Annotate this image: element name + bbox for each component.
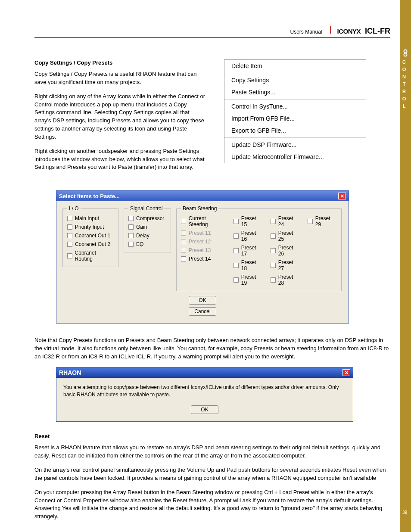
checkbox-row: Current Steering <box>181 214 226 229</box>
checkbox[interactable] <box>271 277 276 283</box>
checkbox-label: Cobranet Out 2 <box>75 241 110 247</box>
checkbox[interactable] <box>67 224 72 230</box>
checkbox-row: Preset 28 <box>271 273 300 287</box>
reset-p2: On the array's rear control panel simult… <box>34 466 390 482</box>
checkbox[interactable] <box>271 233 276 239</box>
checkbox-label: Preset 17 <box>241 245 263 257</box>
io-group: I / O Main InputPriority InputCobranet O… <box>62 205 118 267</box>
checkbox[interactable] <box>128 233 134 238</box>
checkbox-row: Preset 18 <box>234 258 263 273</box>
checkbox[interactable] <box>234 277 239 283</box>
side-band: CONTROL 39 <box>400 0 411 532</box>
menu-update-dsp-firmware[interactable]: Update DSP Firmware... <box>224 139 366 151</box>
checkbox[interactable] <box>234 233 239 239</box>
copy-settings-p3: Right clicking on another loudspeaker an… <box>34 147 207 172</box>
paste-dialog-title: Select Items to Paste... <box>59 193 120 199</box>
link-icon <box>402 49 408 57</box>
checkbox-label: Preset 25 <box>278 230 300 242</box>
checkbox-label: Preset 15 <box>241 215 263 227</box>
checkbox-row: Main Input <box>67 214 114 223</box>
select-items-to-paste-dialog: Select Items to Paste... ✕ I / O Main In… <box>56 190 349 324</box>
checkbox[interactable] <box>128 216 134 221</box>
side-band-label: CONTROL <box>402 59 407 111</box>
close-icon[interactable]: ✕ <box>338 193 346 199</box>
header-divider <box>330 26 331 34</box>
checkbox-label: Preset 14 <box>189 256 211 262</box>
checkbox[interactable] <box>67 242 72 247</box>
checkbox[interactable] <box>271 248 276 253</box>
header-users-manual: Users Manual <box>290 29 322 35</box>
paste-cancel-button[interactable]: Cancel <box>189 307 216 316</box>
checkbox-label: Priority Input <box>75 224 104 230</box>
checkbox-row: EQ <box>128 240 166 249</box>
checkbox[interactable] <box>181 219 186 224</box>
checkbox[interactable] <box>181 256 186 261</box>
context-menu: Delete Item Copy Settings Paste Settings… <box>224 59 366 163</box>
checkbox[interactable] <box>67 233 72 238</box>
checkbox-row: Delay <box>128 231 166 240</box>
menu-delete-item[interactable]: Delete Item <box>224 60 366 72</box>
reset-p1: Reset is a RHAON feature that allows you… <box>34 444 390 460</box>
page-number: 39 <box>402 510 407 515</box>
checkbox-row: Preset 11 <box>181 229 226 237</box>
checkbox-label: Main Input <box>75 215 99 221</box>
checkbox-row: Preset 13 <box>181 246 226 255</box>
checkbox-row: Preset 14 <box>181 255 226 263</box>
checkbox[interactable] <box>271 263 276 268</box>
checkbox-label: Preset 16 <box>241 230 263 242</box>
checkbox-row: Cobranet Out 1 <box>67 231 114 240</box>
checkbox[interactable] <box>234 248 239 253</box>
checkbox[interactable] <box>308 219 313 224</box>
checkbox-label: Preset 29 <box>315 215 337 227</box>
checkbox-label: Cobranet Out 1 <box>75 233 110 239</box>
checkbox[interactable] <box>128 242 134 247</box>
checkbox-row: Preset 17 <box>234 243 263 258</box>
copy-settings-p2: Right clicking on any of the Array Icons… <box>34 93 207 141</box>
paste-ok-button[interactable]: OK <box>189 296 216 305</box>
checkbox-label: Preset 12 <box>189 239 211 245</box>
menu-paste-settings[interactable]: Paste Settings... <box>224 86 366 98</box>
menu-import-gfb[interactable]: Import From GFB File... <box>224 112 366 124</box>
checkbox-label: Gain <box>136 224 147 230</box>
signal-control-group: Signal Control CompressorGainDelayEQ <box>124 205 171 252</box>
close-icon[interactable]: ✕ <box>342 369 350 376</box>
checkbox-row: Preset 12 <box>181 237 226 246</box>
checkbox <box>181 230 186 236</box>
checkbox-row: Preset 15 <box>234 214 263 229</box>
svg-point-0 <box>404 50 407 53</box>
checkbox-label: Preset 11 <box>189 230 211 236</box>
header-model: ICL-FR <box>365 27 390 36</box>
menu-copy-settings[interactable]: Copy Settings <box>224 74 366 86</box>
warn-dialog-title: RHAON <box>59 369 81 376</box>
beam-legend: Beam Steering <box>181 205 218 212</box>
checkbox[interactable] <box>67 216 72 221</box>
checkbox-row: Preset 26 <box>271 243 300 258</box>
warn-dialog-body: You are attempting to copy/paste between… <box>56 378 353 404</box>
note-paragraph: Note that Copy Presets functions on Pres… <box>34 336 390 361</box>
checkbox[interactable] <box>271 219 276 224</box>
checkbox-label: Preset 18 <box>241 259 263 271</box>
checkbox <box>181 239 186 244</box>
header-brand: ICONYX <box>337 28 361 35</box>
checkbox-row: Preset 25 <box>271 229 300 243</box>
checkbox-row: Priority Input <box>67 223 114 231</box>
menu-export-gfb[interactable]: Export to GFB File... <box>224 124 366 137</box>
checkbox-row: Gain <box>128 223 166 231</box>
menu-update-microcontroller-firmware[interactable]: Update Microcontroller Firmware... <box>224 151 366 163</box>
checkbox[interactable] <box>234 263 239 268</box>
page-header: Users Manual ICONYX ICL-FR <box>34 26 390 38</box>
rhaon-warning-dialog: RHAON ✕ You are attempting to copy/paste… <box>56 367 353 422</box>
checkbox-row: Preset 24 <box>271 214 300 229</box>
menu-control-in-systune[interactable]: Control In SysTune... <box>224 100 366 112</box>
checkbox-row: Preset 29 <box>308 214 337 229</box>
reset-p3: On your computer pressing the Array Rese… <box>34 488 390 521</box>
checkbox-label: Compressor <box>136 215 164 221</box>
checkbox[interactable] <box>67 253 72 258</box>
checkbox-label: EQ <box>136 241 143 247</box>
warn-ok-button[interactable]: OK <box>191 405 218 414</box>
checkbox[interactable] <box>234 219 239 224</box>
checkbox-label: Preset 13 <box>189 247 211 253</box>
signal-legend: Signal Control <box>128 205 164 212</box>
copy-settings-p1: Copy Settings / Copy Presets is a useful… <box>34 70 207 87</box>
checkbox[interactable] <box>128 224 134 230</box>
